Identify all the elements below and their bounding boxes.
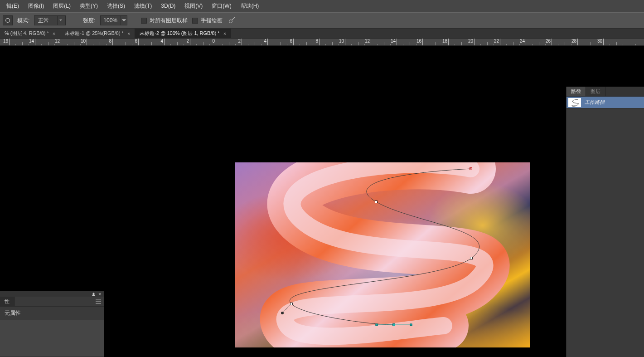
path-anchor-start[interactable] — [470, 167, 472, 170]
menu-image[interactable]: 图像(I) — [24, 0, 48, 12]
properties-heading: 无属性 — [0, 307, 104, 320]
document-tab-bar: % (图层 4, RGB/8) * × 未标题-1 @ 25%(RGB/8) *… — [0, 29, 644, 39]
path-thumbnail — [568, 98, 581, 107]
path-anchor-selected[interactable] — [392, 323, 395, 326]
strength-input[interactable]: 100% — [100, 15, 127, 25]
finger-painting-checkbox[interactable]: 手指绘画 — [192, 17, 223, 24]
finger-painting-label: 手指绘画 — [201, 17, 223, 24]
panel-collapse-icon[interactable] — [91, 292, 96, 296]
menu-bar: 辑(E) 图像(I) 图层(L) 类型(Y) 选择(S) 滤镜(T) 3D(D)… — [0, 0, 644, 12]
doc-tab-1[interactable]: % (图层 4, RGB/8) * × — [0, 29, 60, 38]
brush-preset-picker[interactable] — [3, 15, 13, 25]
checkbox-icon — [192, 18, 198, 24]
mode-label: 模式: — [17, 17, 29, 24]
close-icon[interactable]: × — [53, 31, 55, 36]
path-anchor[interactable] — [375, 201, 378, 203]
mode-value: 正常 — [38, 17, 49, 24]
properties-tab[interactable]: 性 — [0, 297, 15, 306]
svg-point-0 — [6, 19, 10, 23]
close-icon[interactable]: × — [127, 31, 130, 36]
properties-panel: × 性 无属性 — [0, 291, 104, 357]
svg-point-1 — [229, 20, 232, 23]
horizontal-ruler[interactable]: 161412108642024681012141618202224262830 — [0, 39, 644, 46]
menu-layer[interactable]: 图层(L) — [48, 0, 75, 12]
doc-tab-label: 未标题-1 @ 25%(RGB/8) * — [65, 30, 124, 37]
menu-select[interactable]: 选择(S) — [102, 0, 130, 12]
menu-edit[interactable]: 辑(E) — [2, 0, 24, 12]
panel-titlebar: × — [0, 291, 104, 297]
artboard[interactable] — [235, 162, 530, 347]
path-name: 工作路径 — [585, 99, 605, 106]
menu-view[interactable]: 视图(V) — [180, 0, 207, 12]
tab-layers[interactable]: 图层 — [586, 87, 605, 96]
svg-line-4 — [282, 304, 291, 313]
doc-tab-2[interactable]: 未标题-1 @ 25%(RGB/8) * × — [60, 29, 135, 38]
bezier-handle[interactable] — [376, 324, 378, 326]
work-path-item[interactable]: 工作路径 — [567, 97, 644, 108]
chevron-down-icon — [121, 16, 127, 25]
panel-menu-icon[interactable] — [93, 297, 104, 306]
menu-help[interactable]: 帮助(H) — [236, 0, 264, 12]
properties-body — [0, 320, 104, 356]
menu-type[interactable]: 类型(Y) — [75, 0, 102, 12]
strength-value: 100% — [101, 17, 121, 24]
menu-3d[interactable]: 3D(D) — [156, 0, 180, 12]
sample-all-layers-label: 对所有图层取样 — [150, 17, 188, 24]
tab-paths[interactable]: 路径 — [567, 87, 586, 96]
pressure-icon[interactable] — [227, 15, 237, 25]
menu-filter[interactable]: 滤镜(T) — [130, 0, 156, 12]
doc-tab-label: % (图层 4, RGB/8) * — [5, 30, 49, 37]
doc-tab-label: 未标题-2 @ 100% (图层 1, RGB/8) * — [140, 30, 219, 37]
work-path[interactable] — [235, 162, 530, 347]
path-anchor[interactable] — [470, 257, 473, 259]
close-icon[interactable]: × — [223, 31, 226, 36]
panel-close-icon[interactable]: × — [97, 292, 102, 296]
options-bar: 模式: 正常 强度: 100% 对所有图层取样 手指绘画 — [0, 12, 644, 29]
sample-all-layers-checkbox[interactable]: 对所有图层取样 — [141, 17, 188, 24]
doc-tab-3[interactable]: 未标题-2 @ 100% (图层 1, RGB/8) * × — [135, 29, 231, 38]
bezier-handle[interactable] — [281, 312, 284, 314]
paths-panel: 路径 图层 工作路径 — [566, 87, 644, 357]
checkbox-icon — [141, 18, 147, 24]
mode-dropdown[interactable]: 正常 — [34, 15, 66, 25]
strength-label: 强度: — [83, 17, 95, 24]
bezier-handle[interactable] — [410, 324, 412, 326]
menu-window[interactable]: 窗口(W) — [207, 0, 236, 12]
path-anchor[interactable] — [290, 303, 293, 305]
chevron-down-icon — [57, 16, 63, 25]
